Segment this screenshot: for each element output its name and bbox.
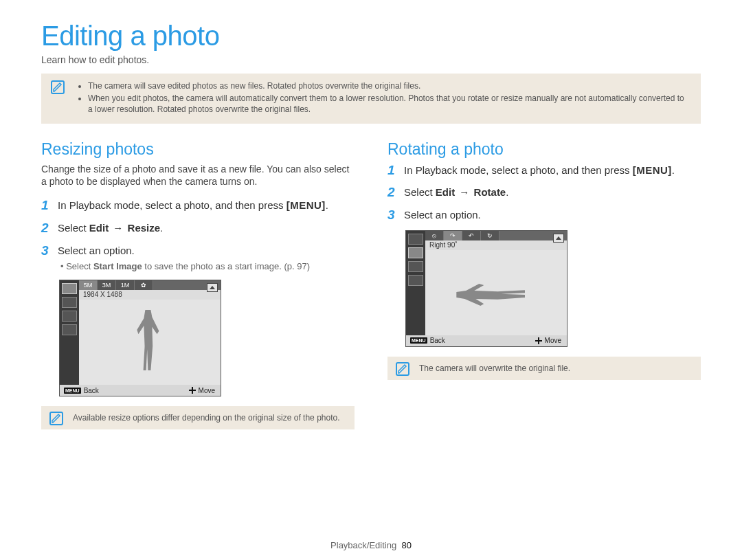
page-footer: Playback/Editing 80 bbox=[0, 540, 742, 550]
sidebar-item bbox=[62, 324, 77, 335]
step-text: In Playback mode, select a photo, and th… bbox=[58, 198, 328, 214]
resize-note-text: Available resize options differ dependin… bbox=[73, 413, 340, 423]
step-sub-bullet: Select Start Image to save the photo as … bbox=[58, 260, 310, 273]
nav-icon bbox=[189, 387, 196, 394]
step-text: In Playback mode, select a photo, and th… bbox=[404, 163, 675, 179]
sidebar-item bbox=[62, 297, 77, 308]
step-text: Select an option. bbox=[404, 208, 481, 223]
move-button: Move bbox=[185, 385, 221, 396]
resize-corner-icon bbox=[207, 283, 218, 292]
step-number: 2 bbox=[387, 185, 404, 201]
screen-bottom-bar: MENU Back Move bbox=[60, 385, 221, 396]
resize-option: 1M bbox=[116, 280, 135, 290]
sidebar-item bbox=[408, 234, 423, 245]
page-subtitle: Learn how to edit photos. bbox=[41, 54, 701, 65]
resize-note-box: Available resize options differ dependin… bbox=[41, 406, 355, 429]
screen-option-bar: ⦸ ↷ ↶ ↻ bbox=[425, 231, 567, 240]
rotate-note-text: The camera will overwrite the original f… bbox=[419, 363, 570, 373]
back-button: MENU Back bbox=[406, 335, 449, 346]
screen-canvas bbox=[79, 300, 221, 385]
page-title: Editing a photo bbox=[41, 21, 701, 52]
note-icon bbox=[51, 80, 65, 94]
back-button: MENU Back bbox=[60, 385, 103, 396]
screen-option-bar: 5M 3M 1M ✿ bbox=[79, 280, 221, 290]
rotate-option-icon: ↻ bbox=[481, 231, 499, 240]
top-note-box: The camera will save edited photos as ne… bbox=[41, 74, 701, 124]
note-icon bbox=[49, 412, 63, 425]
rotate-option-icon: ⦸ bbox=[425, 231, 444, 240]
sidebar-item bbox=[408, 275, 423, 286]
move-button: Move bbox=[531, 335, 567, 346]
rotate-option-icon: ↶ bbox=[462, 231, 481, 240]
menu-button-label: [MENU] bbox=[633, 163, 672, 177]
nav-icon bbox=[535, 337, 542, 344]
rotate-note-box: The camera will overwrite the original f… bbox=[387, 357, 701, 380]
footer-section: Playback/Editing bbox=[330, 540, 396, 550]
photo-silhouette bbox=[135, 310, 163, 370]
screen-option-label: Right 90˚ bbox=[425, 240, 567, 250]
sidebar-item bbox=[408, 247, 423, 258]
resize-option-icon: ✿ bbox=[135, 280, 153, 290]
step-text: Select Edit → Rotate. bbox=[404, 185, 508, 201]
screen-sidebar bbox=[406, 231, 425, 335]
screen-canvas bbox=[425, 250, 567, 335]
note-icon bbox=[396, 362, 409, 376]
step-text: Select Edit → Resize. bbox=[58, 221, 163, 236]
resize-screen-mock: 5M 3M 1M ✿ 1984 X 1488 MENU Back Move bbox=[59, 280, 221, 396]
step-number: 1 bbox=[41, 198, 58, 214]
sidebar-item bbox=[408, 261, 423, 272]
resizing-desc: Change the size of a photo and save it a… bbox=[41, 163, 355, 189]
resize-corner-icon bbox=[553, 234, 564, 243]
photo-silhouette-rotated bbox=[456, 282, 525, 310]
resizing-section: Resizing photos Change the size of a pho… bbox=[41, 140, 355, 430]
resizing-heading: Resizing photos bbox=[41, 140, 355, 159]
menu-button-label: [MENU] bbox=[286, 198, 326, 212]
screen-bottom-bar: MENU Back Move bbox=[406, 335, 567, 346]
top-note-bullet: When you edit photos, the camera will au… bbox=[88, 93, 690, 115]
screen-option-label: 1984 X 1488 bbox=[79, 290, 221, 300]
menu-small-label: MENU bbox=[64, 388, 81, 394]
step-text: Select an option. Select Start Image to … bbox=[58, 243, 310, 273]
page-number: 80 bbox=[401, 540, 411, 550]
top-note-bullet: The camera will save edited photos as ne… bbox=[88, 80, 690, 91]
rotate-option-icon: ↷ bbox=[444, 231, 462, 240]
rotating-heading: Rotating a photo bbox=[387, 140, 701, 159]
rotating-section: Rotating a photo 1 In Playback mode, sel… bbox=[387, 140, 701, 430]
step-number: 3 bbox=[387, 208, 404, 223]
step-number: 3 bbox=[41, 243, 58, 273]
step-number: 2 bbox=[41, 221, 58, 236]
resize-option: 3M bbox=[98, 280, 116, 290]
screen-sidebar bbox=[60, 280, 79, 385]
sidebar-item bbox=[62, 283, 77, 294]
step-number: 1 bbox=[387, 163, 404, 179]
rotate-screen-mock: ⦸ ↷ ↶ ↻ Right 90˚ MENU Back Move bbox=[405, 230, 567, 347]
resize-option: 5M bbox=[79, 280, 98, 290]
sidebar-item bbox=[62, 311, 77, 322]
menu-small-label: MENU bbox=[410, 337, 427, 344]
